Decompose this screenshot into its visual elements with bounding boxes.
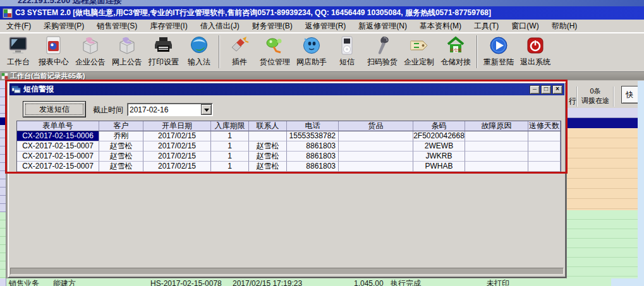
table-header-cell[interactable]: 客户: [99, 121, 143, 131]
bottom-right-edge: [611, 278, 644, 286]
bottom-row-fragment: 未打印: [487, 278, 509, 286]
row-header-strip: [0, 81, 6, 212]
table-cell: CX-2017-02-15-0007: [17, 162, 99, 172]
background-grid-header: 行 0条 调拨在途 快: [566, 81, 638, 108]
menu-item-8[interactable]: 基本资料(M): [413, 20, 468, 33]
table-cell: 赵雪松: [99, 152, 143, 162]
bottom-row-fragment: 1,045.00: [354, 278, 384, 286]
table-row[interactable]: CX-2017-02-15-0007赵雪松2017/02/151赵雪松88618…: [17, 141, 561, 152]
remote-desktop-bar: 222.191.5.200 远程桌面连接: [0, 0, 644, 6]
table-cell: [249, 131, 287, 141]
printer-icon: [154, 35, 174, 56]
menu-item-5[interactable]: 财务管理(B): [246, 20, 299, 33]
table-header-cell[interactable]: 表单单号: [17, 121, 99, 131]
table-cell: 赵雪松: [249, 141, 287, 152]
table-header-cell[interactable]: 货品: [339, 121, 413, 131]
deadline-input[interactable]: [130, 105, 198, 114]
toolbar-button-1[interactable]: 报表中心: [35, 33, 72, 70]
toolbar-button-label: 输入法: [188, 57, 210, 68]
menu-item-11[interactable]: 帮助(H): [545, 20, 584, 33]
table-header-cell[interactable]: 故障原因: [465, 121, 528, 131]
combo-dropdown-button[interactable]: [201, 104, 212, 115]
toolbar-button-9[interactable]: 短信: [330, 33, 364, 70]
background-grid-header-row: [566, 108, 638, 118]
table-cell: [339, 131, 413, 141]
table-header-cell[interactable]: 入库期限: [211, 121, 249, 131]
table-cell: 2017/02/15: [143, 131, 211, 141]
input-method-globe-icon: [189, 35, 209, 56]
toolbar-button-10[interactable]: 扫码验货: [364, 33, 401, 70]
background-grid-selected-row: [566, 118, 638, 128]
table-header-cell[interactable]: 开单日期: [143, 121, 211, 131]
sms-alert-dialog: 短信警报 _ □ × 发送短信 截止时间 表单单号客户开单日期入库期限联系人电话…: [8, 81, 566, 278]
table-header-cell[interactable]: 条码: [413, 121, 465, 131]
table-cell: 2017/02/15: [143, 162, 211, 172]
table-cell: CX-2017-02-15-0007: [17, 141, 99, 152]
menu-item-0[interactable]: 文件(F): [0, 20, 37, 33]
toolbar-button-label: 插件: [232, 57, 247, 68]
table-row[interactable]: CX-2017-02-15-0007赵雪松2017/02/151赵雪松88618…: [17, 162, 561, 172]
table-cell: 8861803: [287, 152, 339, 162]
menu-item-2[interactable]: 销售管理(S): [90, 20, 143, 33]
toolbar-button-4[interactable]: 打印设置: [145, 33, 182, 70]
table-row[interactable]: CX-2017-02-15-0006乔刚2017/02/151155535387…: [17, 131, 561, 141]
table-cell: [339, 152, 413, 162]
toolbar-button-label: 货位管理: [260, 57, 290, 68]
toolbar-button-8[interactable]: 网店助手: [293, 33, 330, 70]
toolbar-button-3[interactable]: 网上公告: [109, 33, 145, 70]
menu-item-7[interactable]: 新返修管理(N): [352, 20, 413, 33]
bottom-row-header-cell: [0, 278, 6, 286]
toolbar-button-11[interactable]: 企业定制: [401, 33, 437, 70]
table-cell: [528, 152, 561, 162]
plugin-icon: [229, 35, 250, 56]
toolbar-button-5[interactable]: 输入法: [182, 33, 216, 70]
toolbar-button-2[interactable]: 企业公告: [72, 33, 109, 70]
toolbar-button-0[interactable]: 工作台: [1, 33, 35, 70]
menu-item-3[interactable]: 库存管理(I): [143, 20, 193, 33]
toolbar-button-13[interactable]: 重新登陆: [480, 33, 517, 70]
menu-item-6[interactable]: 返修管理(R): [299, 20, 353, 33]
send-sms-button[interactable]: 发送短信: [23, 101, 86, 117]
menu-item-9[interactable]: 工具(T): [468, 20, 505, 33]
table-cell: 2017/02/15: [143, 152, 211, 162]
minimize-button[interactable]: _: [530, 85, 540, 94]
close-button[interactable]: ×: [552, 85, 562, 94]
table-header-cell[interactable]: 电话: [287, 121, 339, 131]
warehouse-dock-icon: 易仓储: [446, 35, 466, 56]
toolbar-button-7[interactable]: 货位管理: [257, 33, 293, 70]
web-notice-icon: [117, 35, 137, 56]
bottom-row-fragment: HS-2017-02-15-0078: [150, 278, 222, 286]
mdi-title: 工作台(当前记录共65条): [10, 71, 85, 81]
toolbar-button-14[interactable]: 退出系统: [517, 33, 554, 70]
workbench-icon: [8, 35, 28, 56]
deadline-combobox[interactable]: [127, 103, 213, 116]
toolbar-button-label: 退出系统: [520, 57, 550, 68]
toolbar-button-6[interactable]: 插件: [222, 33, 257, 70]
menu-item-10[interactable]: 窗口(W): [505, 20, 545, 33]
table-header-cell[interactable]: 送修天数: [528, 121, 561, 131]
toolbar-button-12[interactable]: 易仓储仓储对接: [437, 33, 474, 70]
toolbar-button-label: 网店助手: [296, 57, 327, 68]
maximize-button[interactable]: □: [541, 85, 551, 94]
bottom-row-fragment: 能建方: [53, 278, 76, 286]
toolbar-button-label: 网上公告: [112, 57, 142, 68]
dialog-controls: 发送短信 截止时间: [8, 95, 566, 121]
toolbar: 工作台报表中心企业公告网上公告打印设置输入法插件货位管理网店助手短信扫码验货企业…: [0, 33, 644, 72]
table-cell: 1: [211, 141, 249, 152]
menu-item-4[interactable]: 借入借出(J): [194, 20, 246, 33]
table-header-cell[interactable]: 联系人: [249, 121, 287, 131]
table-cell: [528, 162, 561, 172]
transfer-in-transit-stat: 0条 调拨在途: [576, 86, 614, 107]
stat-count: 0条: [578, 86, 613, 96]
exit-power-icon: [525, 35, 545, 56]
table-cell: 赵雪松: [99, 162, 143, 172]
report-center-icon: [44, 35, 64, 56]
dialog-titlebar[interactable]: 短信警报 _ □ ×: [9, 83, 564, 95]
menu-item-1[interactable]: 采购管理(P): [37, 20, 90, 33]
dialog-horizontal-scrollbar[interactable]: [10, 268, 564, 275]
table-cell: CX-2017-02-15-0007: [17, 152, 99, 162]
table-row[interactable]: CX-2017-02-15-0007赵雪松2017/02/151赵雪松88618…: [17, 152, 561, 162]
bottom-row-fragment: 执行完成: [391, 278, 421, 286]
table-cell: CX-2017-02-15-0006: [17, 131, 99, 141]
table-cell: 赵雪松: [99, 141, 143, 152]
